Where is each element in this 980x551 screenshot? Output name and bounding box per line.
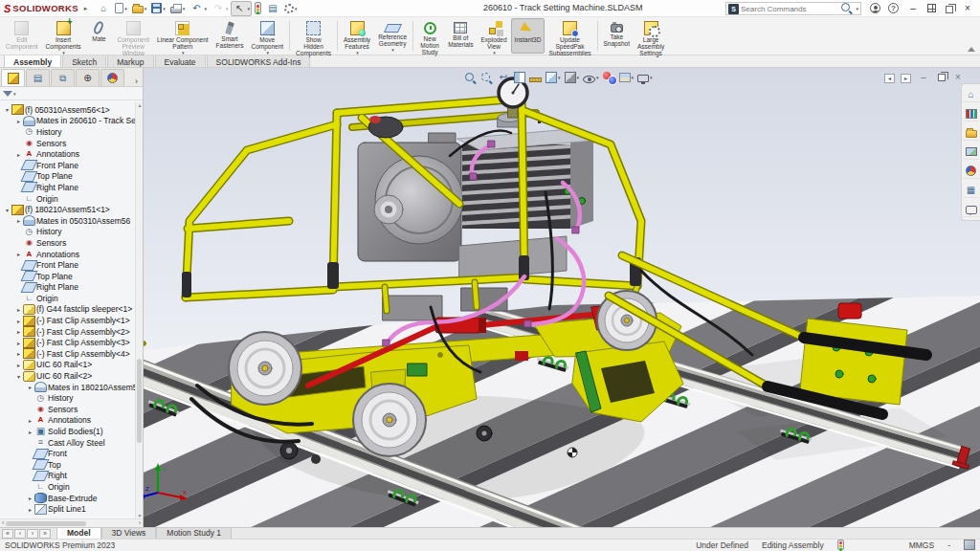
first-model-tab-button[interactable]: « [2, 528, 13, 539]
dropdown-caret-icon[interactable]: ▾ [632, 75, 635, 80]
tree-item[interactable]: ∟Origin [0, 481, 135, 493]
tree-item[interactable]: ▸AAnnotations [0, 249, 135, 260]
property-manager-tab[interactable]: ▤ [26, 69, 50, 86]
command-tab-sketch[interactable]: Sketch [62, 55, 106, 67]
tree-expand-arrow-icon[interactable]: ▸ [26, 495, 34, 501]
view-palette-button[interactable] [963, 144, 979, 160]
tree-expand-arrow-icon[interactable]: ▾ [3, 106, 11, 113]
design-library-button[interactable] [963, 106, 979, 121]
tree-item[interactable]: ◉Sensors [0, 237, 135, 249]
tree-item[interactable]: ◷History [0, 126, 135, 138]
mate-button[interactable]: Mate [84, 18, 113, 54]
tree-item[interactable]: ▸Split Line1 [0, 503, 135, 515]
solidworks-resources-button[interactable]: ⌂ [963, 87, 979, 102]
file-explorer-button[interactable] [963, 125, 979, 141]
dropdown-caret-icon[interactable]: ▾ [650, 75, 653, 80]
select-cursor-button[interactable]: ↖▾ [231, 1, 252, 16]
tree-item[interactable]: ≡Cast Alloy Steel [0, 437, 135, 449]
3d-scene[interactable]: Y X Z [144, 68, 980, 527]
tree-expand-arrow-icon[interactable]: ▸ [14, 306, 23, 313]
tree-item[interactable]: ▸Mates in 260610 - Track Setting Ma [0, 116, 135, 127]
bill-of-materials-button[interactable]: Bill of Materials [444, 18, 477, 54]
tree-item[interactable]: ▸(-) Fast Clip Assembly<1> [0, 315, 135, 326]
dropdown-caret-icon[interactable]: ▾ [247, 6, 250, 11]
restore-doc-button[interactable] [936, 72, 946, 83]
status-units[interactable]: MMGS [909, 540, 934, 550]
undo-button[interactable]: ↶▾ [188, 1, 209, 16]
help-button[interactable]: ? [886, 1, 901, 15]
scroll-right-icon[interactable]: › [139, 519, 141, 527]
solidworks-forum-button[interactable] [963, 202, 979, 217]
display-style-button[interactable]: ▾ [565, 72, 580, 83]
tree-item[interactable]: ▾UIC 60 Rail<2> [0, 370, 135, 382]
tree-expand-arrow-icon[interactable]: ▸ [14, 318, 23, 324]
collapse-ribbon-chevron-icon[interactable] [968, 47, 975, 52]
home-button[interactable]: ⌂ [95, 1, 112, 16]
tree-expand-arrow-icon[interactable]: ▸ [26, 417, 34, 424]
tree-item[interactable]: ▸UIC 60 Rail<1> [0, 360, 135, 371]
next-document-button[interactable]: ▸ [901, 73, 911, 83]
zoom-to-fit-button[interactable] [464, 72, 477, 84]
close-button[interactable]: × [959, 1, 976, 15]
rebuild-traffic-light-button[interactable] [253, 1, 263, 16]
tree-item[interactable]: ◷History [0, 227, 135, 238]
tree-item[interactable]: Right [0, 471, 135, 482]
tree-expand-arrow-icon[interactable]: ▸ [14, 251, 23, 257]
edit-appearance-button[interactable] [603, 72, 615, 83]
open-button[interactable]: ▾ [130, 1, 149, 16]
search-input[interactable] [741, 5, 838, 13]
tree-horizontal-scrollbar[interactable]: ‹ › [0, 518, 143, 527]
tree-expand-arrow-icon[interactable]: ▸ [26, 429, 34, 435]
dropdown-caret-icon[interactable]: ▾ [267, 51, 270, 55]
appearances-scenes-button[interactable] [963, 164, 979, 179]
tree-item[interactable]: ∟Origin [0, 193, 135, 205]
component-preview-window-button[interactable]: Component Preview Window [113, 18, 153, 54]
display-manager-tab[interactable] [100, 69, 124, 86]
new-document-button[interactable]: ▾ [113, 1, 129, 16]
dropdown-caret-icon[interactable]: ▾ [62, 51, 65, 55]
tree-item[interactable]: ▸Mates in 050310Assem56 [0, 215, 135, 227]
tree-item[interactable]: Right Plane [0, 282, 135, 294]
take-snapshot-button[interactable]: Take Snapshot [600, 18, 634, 54]
tree-item[interactable]: Front Plane [0, 259, 135, 271]
maximize-button[interactable] [925, 1, 938, 15]
vertical-scroll-thumb[interactable] [137, 359, 142, 443]
menu-expand-arrow-icon[interactable]: ▸ [84, 5, 88, 12]
control-console-plate[interactable] [800, 319, 907, 405]
reference-geometry-button[interactable]: Reference Geometry▾ [374, 18, 411, 54]
tree-expand-arrow-icon[interactable]: ▸ [14, 217, 23, 224]
tree-expand-arrow-icon[interactable]: ▸ [14, 151, 23, 158]
model-tab-model[interactable]: Model [56, 528, 101, 539]
search-commands-box[interactable]: S ▾ [725, 2, 861, 15]
tree-expand-arrow-icon[interactable]: ▾ [14, 373, 23, 380]
last-model-tab-button[interactable]: » [39, 528, 51, 539]
tree-item[interactable]: ◉Sensors [0, 138, 135, 149]
options-gear-button[interactable]: ▾ [282, 1, 300, 16]
tree-item[interactable]: ▸AAnnotations [0, 148, 135, 160]
next-model-tab-button[interactable]: › [27, 528, 38, 539]
configuration-manager-tab[interactable]: ⧉ [51, 69, 75, 86]
prev-document-button[interactable]: ◂ [884, 73, 895, 83]
prev-model-tab-button[interactable]: ‹ [14, 528, 26, 539]
exploded-view-button[interactable]: Exploded View▾ [478, 18, 511, 54]
scroll-left-icon[interactable]: ‹ [2, 519, 4, 527]
tree-item[interactable]: ▸Base-Extrude [0, 493, 135, 504]
dropdown-caret-icon[interactable]: ▾ [124, 6, 127, 11]
move-component-button[interactable]: Move Component▾ [247, 18, 287, 54]
large-assembly-settings-button[interactable]: Large Assembly Settings [634, 18, 668, 54]
emergency-stop-button[interactable] [838, 303, 861, 319]
save-button[interactable]: ▾ [149, 1, 167, 16]
tree-item[interactable]: ▸Mates in 180210Assem51 [0, 382, 135, 393]
login-button[interactable] [868, 1, 882, 15]
file-properties-button[interactable]: ▤ [264, 1, 281, 16]
search-dropdown-caret-icon[interactable]: ▾ [856, 6, 858, 11]
new-motion-study-button[interactable]: New Motion Study [415, 18, 444, 54]
show-hidden-components-button[interactable]: Show Hidden Components [292, 18, 335, 54]
dropdown-caret-icon[interactable]: ▾ [356, 51, 359, 55]
tree-vertical-scrollbar[interactable]: ▲ ▼ [135, 102, 143, 518]
panel-overflow-chevron-icon[interactable]: › [131, 77, 142, 86]
tree-item[interactable]: ▸AAnnotations [0, 415, 135, 427]
dropdown-caret-icon[interactable]: ▾ [182, 51, 185, 55]
insert-components-button[interactable]: Insert Components▾ [42, 18, 85, 54]
tree-expand-arrow-icon[interactable]: ▾ [3, 207, 11, 213]
